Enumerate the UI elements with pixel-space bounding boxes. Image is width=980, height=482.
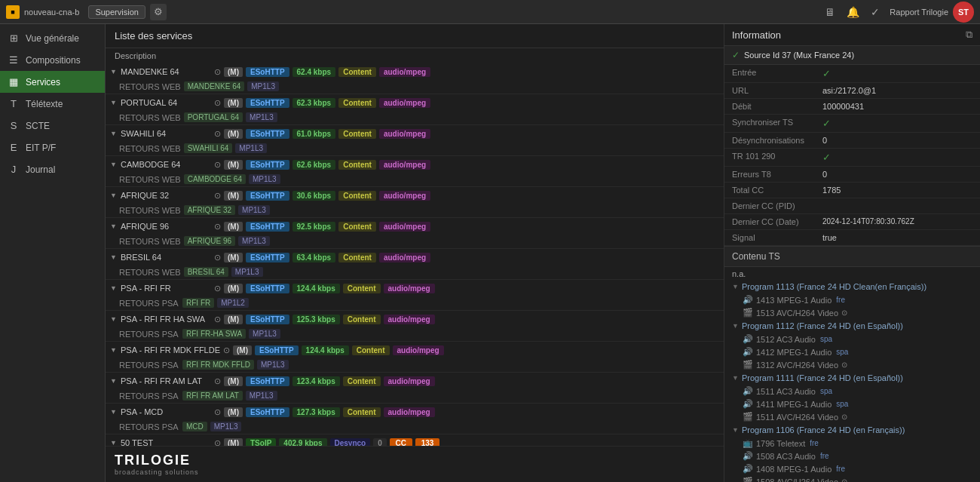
- contenu-ts-header: Contenu TS: [724, 246, 980, 267]
- list-item: ▼ PSA - RFI FR AM LAT ⊙ (M) ESoHTTP 123.…: [106, 373, 724, 404]
- expand-icon[interactable]: ▼: [110, 315, 118, 323]
- check-icon[interactable]: ✓: [867, 4, 884, 20]
- sidebar-label-teletexte: Télétexte: [26, 99, 63, 109]
- service-sub-bresil: RETOURS WEB BRESIL 64 MP1L3: [106, 266, 724, 279]
- main-layout: ⊞ Vue générale ☰ Compositions ▦ Services…: [0, 24, 980, 482]
- service-row-swahili[interactable]: ▼ SWAHILI 64 ⊙ (M) ESoHTTP 61.0 kbps Con…: [106, 125, 724, 142]
- sidebar-item-vue-generale[interactable]: ⊞ Vue générale: [0, 27, 105, 49]
- service-row-psa-rfi[interactable]: ▼ PSA - RFI FR ⊙ (M) ESoHTTP 124.4 kbps …: [106, 280, 724, 296]
- info-field-signal: Signal true: [724, 230, 980, 246]
- service-row-psa-rfi-amlat[interactable]: ▼ PSA - RFI FR AM LAT ⊙ (M) ESoHTTP 123.…: [106, 373, 724, 389]
- sidebar-item-compositions[interactable]: ☰ Compositions: [0, 49, 105, 71]
- sidebar-item-services[interactable]: ▦ Services: [0, 71, 105, 93]
- sidebar-item-journal[interactable]: J Journal: [0, 158, 105, 180]
- sidebar-label-eit: EIT P/F: [26, 143, 56, 153]
- expand-icon[interactable]: ▼: [110, 223, 118, 230]
- service-row-psa-rfi-swa[interactable]: ▼ PSA - RFI FR HA SWA ⊙ (M) ESoHTTP 125.…: [106, 311, 724, 327]
- service-sub-cambodge: RETOURS WEB CAMBODGE 64 MP1L3: [106, 173, 724, 186]
- service-row-afrique96[interactable]: ▼ AFRIQUE 96 ⊙ (M) ESoHTTP 92.5 kbps Con…: [106, 218, 724, 235]
- prog1106-audio2: 🔊 1408 MPEG-1 Audio fre: [724, 462, 980, 475]
- source-check-icon: ✓: [732, 50, 740, 60]
- sidebar-item-scte[interactable]: S SCTE: [0, 115, 105, 137]
- expand-icon[interactable]: ▼: [110, 68, 118, 75]
- vue-generale-icon: ⊞: [8, 32, 20, 44]
- service-row-afrique32[interactable]: ▼ AFRIQUE 32 ⊙ (M) ESoHTTP 30.6 kbps Con…: [106, 187, 724, 204]
- expand-icon[interactable]: ▼: [110, 99, 118, 106]
- service-sub-psa-rfi-mdk: RETOURS PSA RFI FR MDK FFLD MP1L3: [106, 358, 724, 372]
- service-sub-afrique32: RETOURS WEB AFRIQUE 32 MP1L3: [106, 204, 724, 217]
- topbar: ■ nouveau-cna-b Supervision ⚙ 🖥 🔔 ✓ Rapp…: [0, 0, 980, 24]
- sidebar-label-services: Services: [26, 77, 60, 87]
- expand-icon[interactable]: ▼: [110, 284, 118, 292]
- expand-icon[interactable]: ▼: [110, 439, 118, 446]
- service-sub-psa-mcd: RETOURS PSA MCD MP1L3: [106, 420, 724, 434]
- sidebar-item-eit-pf[interactable]: E EIT P/F: [0, 137, 105, 158]
- expand-icon[interactable]: ▼: [110, 192, 118, 199]
- brand-sub: broadcasting solutions: [115, 468, 715, 476]
- info-field-dernier-cc-pid: Dernier CC (PID): [724, 198, 980, 214]
- expand-icon[interactable]: ▼: [110, 346, 118, 354]
- monitor-icon[interactable]: 🖥: [822, 4, 838, 20]
- expand-icon[interactable]: ▼: [110, 253, 118, 261]
- user-name: Rapport Trilogie: [890, 8, 948, 17]
- list-item: ▼ BRESIL 64 ⊙ (M) ESoHTTP 63.4 kbps Cont…: [106, 249, 724, 280]
- brand-name: TRILOGIE: [115, 453, 715, 468]
- list-item: ▼ AFRIQUE 32 ⊙ (M) ESoHTTP 30.6 kbps Con…: [106, 187, 724, 218]
- eit-icon: E: [8, 142, 20, 153]
- info-field-debit: Débit 100000431: [724, 99, 980, 115]
- expand-icon[interactable]: ▼: [110, 161, 118, 168]
- scte-icon: S: [8, 120, 20, 131]
- service-row-portugal[interactable]: ▼ PORTUGAL 64 ⊙ (M) ESoHTTP 62.3 kbps Co…: [106, 94, 724, 111]
- services-title: Liste des services: [115, 30, 192, 41]
- list-item: ▼ PSA - RFI FR MDK FFLDE ⊙ (M) ESoHTTP 1…: [106, 342, 724, 373]
- prog1111-audio2: 🔊 1411 MPEG-1 Audio spa: [724, 398, 980, 410]
- expand-icon[interactable]: ▼: [110, 130, 118, 137]
- info-field-entree: Entrée ✓: [724, 65, 980, 83]
- list-item: ▼ AFRIQUE 96 ⊙ (M) ESoHTTP 92.5 kbps Con…: [106, 218, 724, 249]
- journal-icon: J: [8, 164, 20, 175]
- program-1113[interactable]: ▼ Program 1113 (France 24 HD Clean(en Fr…: [724, 280, 980, 293]
- program-1106[interactable]: ▼ Program 1106 (France 24 HD (en Françai…: [724, 423, 980, 437]
- settings-icon[interactable]: ⚙: [150, 4, 167, 20]
- list-item: ▼ PORTUGAL 64 ⊙ (M) ESoHTTP 62.3 kbps Co…: [106, 94, 724, 125]
- list-item: ▼ SWAHILI 64 ⊙ (M) ESoHTTP 61.0 kbps Con…: [106, 125, 724, 156]
- info-field-url: URL asi:/2172.0@1: [724, 83, 980, 99]
- service-row-cambodge[interactable]: ▼ CAMBODGE 64 ⊙ (M) ESoHTTP 62.6 kbps Co…: [106, 156, 724, 173]
- service-row-mandenke[interactable]: ▼ MANDENKE 64 ⊙ (M) ESoHTTP 62.4 kbps Co…: [106, 63, 724, 80]
- program-1112[interactable]: ▼ Program 1112 (France 24 HD (en Español…: [724, 319, 980, 333]
- services-table[interactable]: Description ▼ MANDENKE 64 ⊙ (M) ESoHTTP …: [106, 48, 724, 446]
- info-header: Information ⧉: [724, 24, 980, 46]
- prog1113-audio1: 🔊 1413 MPEG-1 Audio fre: [724, 293, 980, 306]
- program-1111[interactable]: ▼ Program 1111 (France 24 HD (en Español…: [724, 371, 980, 385]
- info-expand-icon[interactable]: ⧉: [966, 29, 972, 41]
- list-item: ▼ MANDENKE 64 ⊙ (M) ESoHTTP 62.4 kbps Co…: [106, 63, 724, 94]
- teletexte-icon: T: [8, 98, 20, 109]
- expand-icon[interactable]: ▼: [110, 408, 118, 416]
- list-item: ▼ PSA - RFI FR HA SWA ⊙ (M) ESoHTTP 125.…: [106, 311, 724, 342]
- services-header: Liste des services: [106, 24, 724, 48]
- prog1106-audio1: 🔊 1508 AC3 Audio fre: [724, 450, 980, 462]
- user-avatar[interactable]: ST: [953, 2, 974, 23]
- app-logo: ■: [6, 5, 20, 19]
- prog1106-teletext: 📺 1796 Teletext fre: [724, 437, 980, 450]
- sidebar-label-compositions: Compositions: [26, 55, 81, 66]
- bell-icon[interactable]: 🔔: [844, 4, 861, 20]
- expand-icon[interactable]: ▼: [110, 377, 118, 385]
- user-info: Rapport Trilogie ST: [890, 2, 974, 23]
- sidebar-item-teletexte[interactable]: T Télétexte: [0, 93, 105, 115]
- list-item: ▼ CAMBODGE 64 ⊙ (M) ESoHTTP 62.6 kbps Co…: [106, 156, 724, 187]
- info-field-erreurs: Erreurs T8 0: [724, 167, 980, 183]
- service-sub-afrique96: RETOURS WEB AFRIQUE 96 MP1L3: [106, 235, 724, 248]
- description-header: Description: [106, 48, 724, 63]
- service-row-bresil[interactable]: ▼ BRESIL 64 ⊙ (M) ESoHTTP 63.4 kbps Cont…: [106, 249, 724, 266]
- prog1113-video1: 🎬 1513 AVC/H264 Video ⊙: [724, 306, 980, 319]
- info-field-tr101: TR 101 290 ✓: [724, 149, 980, 167]
- info-panel: Information ⧉ ✓ Source Id 37 (Mux France…: [724, 24, 980, 482]
- info-field-desynchro: Désynchronisations 0: [724, 133, 980, 149]
- info-title: Information: [732, 29, 781, 41]
- prog1112-audio1: 🔊 1512 AC3 Audio spa: [724, 333, 980, 345]
- supervision-button[interactable]: Supervision: [88, 5, 145, 19]
- service-row-psa-mcd[interactable]: ▼ PSA - MCD ⊙ (M) ESoHTTP 127.3 kbps Con…: [106, 404, 724, 420]
- service-row-50test[interactable]: ▼ 50 TEST ⊙ (M) TSoIP 402.9 kbps Desynco…: [106, 434, 724, 446]
- service-row-psa-rfi-mdk[interactable]: ▼ PSA - RFI FR MDK FFLDE ⊙ (M) ESoHTTP 1…: [106, 342, 724, 358]
